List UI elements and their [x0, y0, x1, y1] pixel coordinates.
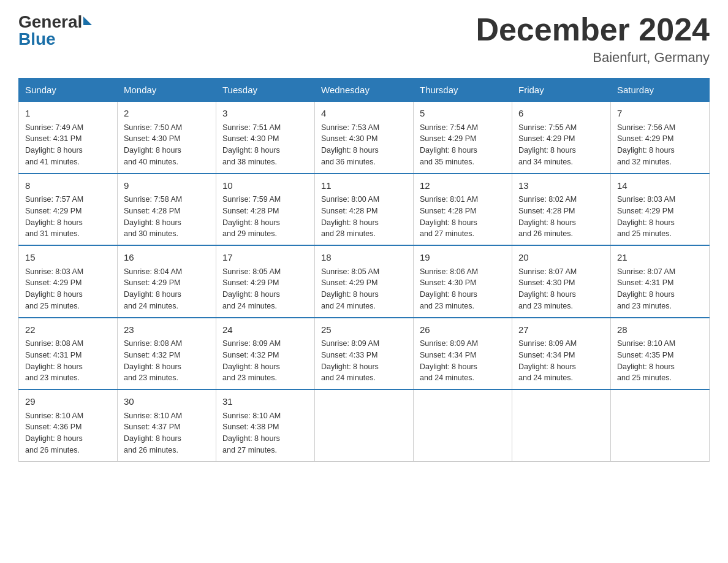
day-number: 6 — [518, 107, 604, 121]
day-info: Sunrise: 7:49 AMSunset: 4:31 PMDaylight:… — [25, 122, 111, 168]
day-info: Sunrise: 8:10 AMSunset: 4:37 PMDaylight:… — [124, 410, 210, 456]
day-info: Sunrise: 7:50 AMSunset: 4:30 PMDaylight:… — [124, 122, 210, 168]
day-info: Sunrise: 8:05 AMSunset: 4:29 PMDaylight:… — [321, 266, 407, 312]
calendar-cell: 16Sunrise: 8:04 AMSunset: 4:29 PMDayligh… — [118, 245, 216, 318]
day-info: Sunrise: 8:08 AMSunset: 4:31 PMDaylight:… — [25, 338, 111, 384]
day-info: Sunrise: 8:10 AMSunset: 4:35 PMDaylight:… — [617, 338, 703, 384]
day-number: 9 — [124, 179, 210, 193]
page-header: General Blue December 2024 Baienfurt, Ge… — [18, 12, 710, 66]
calendar-cell: 28Sunrise: 8:10 AMSunset: 4:35 PMDayligh… — [611, 318, 710, 390]
header-monday: Monday — [118, 79, 216, 102]
day-info: Sunrise: 7:59 AMSunset: 4:28 PMDaylight:… — [222, 194, 308, 240]
header-wednesday: Wednesday — [315, 79, 414, 102]
day-info: Sunrise: 7:54 AMSunset: 4:29 PMDaylight:… — [420, 122, 506, 168]
calendar-cell: 3Sunrise: 7:51 AMSunset: 4:30 PMDaylight… — [216, 102, 315, 174]
calendar-week-row: 1Sunrise: 7:49 AMSunset: 4:31 PMDaylight… — [19, 102, 710, 174]
day-number: 7 — [617, 107, 703, 121]
calendar-cell: 5Sunrise: 7:54 AMSunset: 4:29 PMDaylight… — [414, 102, 512, 174]
calendar-cell: 15Sunrise: 8:03 AMSunset: 4:29 PMDayligh… — [19, 245, 118, 318]
day-number: 1 — [25, 107, 111, 121]
calendar-cell: 1Sunrise: 7:49 AMSunset: 4:31 PMDaylight… — [19, 102, 118, 174]
calendar-cell: 25Sunrise: 8:09 AMSunset: 4:33 PMDayligh… — [315, 318, 414, 390]
calendar-cell: 20Sunrise: 8:07 AMSunset: 4:30 PMDayligh… — [512, 245, 611, 318]
day-number: 4 — [321, 107, 407, 121]
logo: General Blue — [18, 12, 92, 49]
header-friday: Friday — [512, 79, 611, 102]
day-number: 23 — [124, 323, 210, 337]
calendar-cell: 13Sunrise: 8:02 AMSunset: 4:28 PMDayligh… — [512, 174, 611, 246]
day-info: Sunrise: 8:10 AMSunset: 4:36 PMDaylight:… — [25, 410, 111, 456]
day-number: 3 — [222, 107, 308, 121]
day-number: 27 — [518, 323, 604, 337]
calendar-table: SundayMondayTuesdayWednesdayThursdayFrid… — [18, 78, 710, 462]
calendar-cell: 30Sunrise: 8:10 AMSunset: 4:37 PMDayligh… — [118, 389, 216, 461]
day-info: Sunrise: 8:10 AMSunset: 4:38 PMDaylight:… — [222, 410, 308, 456]
day-info: Sunrise: 8:07 AMSunset: 4:30 PMDaylight:… — [518, 266, 604, 312]
day-info: Sunrise: 8:06 AMSunset: 4:30 PMDaylight:… — [420, 266, 506, 312]
day-number: 25 — [321, 323, 407, 337]
calendar-cell: 14Sunrise: 8:03 AMSunset: 4:29 PMDayligh… — [611, 174, 710, 246]
day-number: 14 — [617, 179, 703, 193]
title-area: December 2024 Baienfurt, Germany — [476, 12, 710, 66]
header-thursday: Thursday — [414, 79, 512, 102]
calendar-cell — [512, 389, 611, 461]
day-info: Sunrise: 8:01 AMSunset: 4:28 PMDaylight:… — [420, 194, 506, 240]
day-number: 13 — [518, 179, 604, 193]
day-info: Sunrise: 8:02 AMSunset: 4:28 PMDaylight:… — [518, 194, 604, 240]
day-number: 29 — [25, 395, 111, 409]
calendar-cell: 21Sunrise: 8:07 AMSunset: 4:31 PMDayligh… — [611, 245, 710, 318]
calendar-week-row: 22Sunrise: 8:08 AMSunset: 4:31 PMDayligh… — [19, 318, 710, 390]
day-number: 16 — [124, 251, 210, 265]
day-number: 19 — [420, 251, 506, 265]
day-info: Sunrise: 8:04 AMSunset: 4:29 PMDaylight:… — [124, 266, 210, 312]
day-number: 24 — [222, 323, 308, 337]
calendar-cell: 12Sunrise: 8:01 AMSunset: 4:28 PMDayligh… — [414, 174, 512, 246]
day-info: Sunrise: 8:05 AMSunset: 4:29 PMDaylight:… — [222, 266, 308, 312]
day-info: Sunrise: 8:09 AMSunset: 4:34 PMDaylight:… — [518, 338, 604, 384]
calendar-cell: 8Sunrise: 7:57 AMSunset: 4:29 PMDaylight… — [19, 174, 118, 246]
day-number: 11 — [321, 179, 407, 193]
day-info: Sunrise: 8:09 AMSunset: 4:33 PMDaylight:… — [321, 338, 407, 384]
day-info: Sunrise: 7:56 AMSunset: 4:29 PMDaylight:… — [617, 122, 703, 168]
day-info: Sunrise: 8:09 AMSunset: 4:32 PMDaylight:… — [222, 338, 308, 384]
calendar-cell: 29Sunrise: 8:10 AMSunset: 4:36 PMDayligh… — [19, 389, 118, 461]
calendar-cell: 7Sunrise: 7:56 AMSunset: 4:29 PMDaylight… — [611, 102, 710, 174]
day-number: 15 — [25, 251, 111, 265]
day-info: Sunrise: 8:09 AMSunset: 4:34 PMDaylight:… — [420, 338, 506, 384]
day-number: 30 — [124, 395, 210, 409]
calendar-cell: 4Sunrise: 7:53 AMSunset: 4:30 PMDaylight… — [315, 102, 414, 174]
calendar-cell: 26Sunrise: 8:09 AMSunset: 4:34 PMDayligh… — [414, 318, 512, 390]
day-number: 22 — [25, 323, 111, 337]
calendar-cell: 27Sunrise: 8:09 AMSunset: 4:34 PMDayligh… — [512, 318, 611, 390]
day-info: Sunrise: 7:55 AMSunset: 4:29 PMDaylight:… — [518, 122, 604, 168]
day-number: 26 — [420, 323, 506, 337]
day-info: Sunrise: 8:03 AMSunset: 4:29 PMDaylight:… — [617, 194, 703, 240]
calendar-cell — [611, 389, 710, 461]
logo-blue: Blue — [18, 29, 56, 49]
calendar-cell: 17Sunrise: 8:05 AMSunset: 4:29 PMDayligh… — [216, 245, 315, 318]
day-number: 28 — [617, 323, 703, 337]
header-saturday: Saturday — [611, 79, 710, 102]
calendar-cell: 9Sunrise: 7:58 AMSunset: 4:28 PMDaylight… — [118, 174, 216, 246]
day-info: Sunrise: 7:57 AMSunset: 4:29 PMDaylight:… — [25, 194, 111, 240]
day-info: Sunrise: 8:07 AMSunset: 4:31 PMDaylight:… — [617, 266, 703, 312]
calendar-cell: 18Sunrise: 8:05 AMSunset: 4:29 PMDayligh… — [315, 245, 414, 318]
day-number: 18 — [321, 251, 407, 265]
location: Baienfurt, Germany — [476, 50, 710, 66]
day-info: Sunrise: 8:03 AMSunset: 4:29 PMDaylight:… — [25, 266, 111, 312]
day-number: 12 — [420, 179, 506, 193]
calendar-week-row: 29Sunrise: 8:10 AMSunset: 4:36 PMDayligh… — [19, 389, 710, 461]
day-number: 8 — [25, 179, 111, 193]
day-number: 2 — [124, 107, 210, 121]
calendar-cell: 23Sunrise: 8:08 AMSunset: 4:32 PMDayligh… — [118, 318, 216, 390]
header-tuesday: Tuesday — [216, 79, 315, 102]
day-number: 31 — [222, 395, 308, 409]
calendar-cell: 11Sunrise: 8:00 AMSunset: 4:28 PMDayligh… — [315, 174, 414, 246]
calendar-cell: 19Sunrise: 8:06 AMSunset: 4:30 PMDayligh… — [414, 245, 512, 318]
calendar-cell: 6Sunrise: 7:55 AMSunset: 4:29 PMDaylight… — [512, 102, 611, 174]
day-info: Sunrise: 7:58 AMSunset: 4:28 PMDaylight:… — [124, 194, 210, 240]
day-number: 10 — [222, 179, 308, 193]
calendar-cell: 24Sunrise: 8:09 AMSunset: 4:32 PMDayligh… — [216, 318, 315, 390]
calendar-cell: 10Sunrise: 7:59 AMSunset: 4:28 PMDayligh… — [216, 174, 315, 246]
calendar-cell — [414, 389, 512, 461]
